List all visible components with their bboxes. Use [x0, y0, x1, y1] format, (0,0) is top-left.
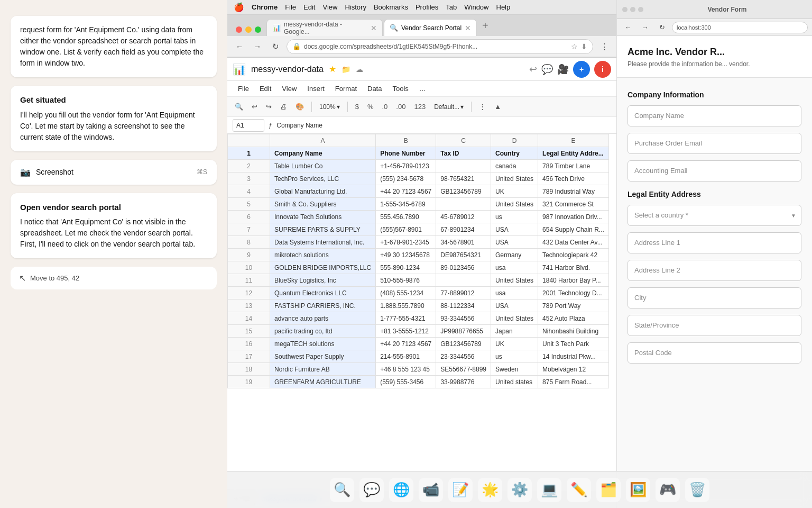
cell-4-c[interactable]: GB123456789: [436, 185, 491, 198]
cell-6-a[interactable]: Innovate Tech Solutions: [270, 211, 376, 223]
col-header-e[interactable]: E: [538, 134, 609, 147]
bookmark-icon[interactable]: ☆: [571, 42, 578, 51]
cell-15-c[interactable]: JP9988776655: [436, 325, 491, 338]
second-maximize[interactable]: [638, 7, 643, 12]
menu-bookmarks[interactable]: Bookmarks: [374, 3, 408, 11]
menu-view[interactable]: View: [278, 83, 301, 95]
cell-18-c[interactable]: SE556677-8899: [436, 363, 491, 376]
cell-18-b[interactable]: +46 8 555 123 45: [376, 363, 436, 376]
cell-15-a[interactable]: pacific trading co, ltd: [270, 325, 376, 338]
cell-6-b[interactable]: 555.456.7890: [376, 211, 436, 223]
menu-history[interactable]: History: [345, 3, 366, 11]
dec-btn[interactable]: .0: [379, 101, 391, 113]
cell-8-e[interactable]: 432 Data Center Av...: [538, 236, 609, 249]
col-header-b[interactable]: B: [376, 134, 436, 147]
collapse-btn[interactable]: ▲: [491, 101, 504, 113]
cell-5-b[interactable]: 1-555-345-6789: [376, 198, 436, 211]
search-toolbar-btn[interactable]: 🔍: [232, 101, 246, 113]
cell-13-a[interactable]: FASTSHIP CARRIERS, INC.: [270, 300, 376, 312]
po-email-input[interactable]: [628, 133, 801, 154]
cell-5-c[interactable]: [436, 198, 491, 211]
cell-13-b[interactable]: 1.888.555.7890: [376, 300, 436, 312]
address-bar[interactable]: 🔒 docs.google.com/spreadsheets/d/1gtIEK5…: [287, 39, 593, 54]
cell-15-d[interactable]: Japan: [491, 325, 538, 338]
cell-11-c[interactable]: [436, 274, 491, 287]
currency-btn[interactable]: $: [352, 101, 362, 113]
cell-16-d[interactable]: UK: [491, 338, 538, 350]
cell-4-b[interactable]: +44 20 7123 4567: [376, 185, 436, 198]
share-button[interactable]: +: [573, 61, 590, 78]
num-format-btn[interactable]: 123: [411, 101, 429, 113]
company-name-input[interactable]: [628, 105, 801, 126]
cell-4-d[interactable]: UK: [491, 185, 538, 198]
address1-input[interactable]: [628, 232, 801, 253]
zoom-dropdown[interactable]: 100% ▾: [316, 102, 343, 112]
screenshot-button[interactable]: 📷 Screenshot ⌘S: [11, 160, 217, 185]
cell-2-a[interactable]: Table Lumber Co: [270, 160, 376, 173]
cell-13-d[interactable]: USA: [491, 300, 538, 312]
cell-11-a[interactable]: BlueSky Logistics, Inc: [270, 274, 376, 287]
dock-terminal[interactable]: 💻: [537, 478, 561, 502]
cell-19-e[interactable]: 875 Farm Road...: [538, 376, 609, 388]
forward-button[interactable]: →: [251, 40, 264, 53]
cell-14-d[interactable]: United States: [491, 312, 538, 325]
dock-appstore[interactable]: 🎮: [656, 478, 680, 502]
account-avatar[interactable]: i: [594, 61, 611, 78]
cell-9-b[interactable]: +49 30 12345678: [376, 249, 436, 261]
col-header-d[interactable]: D: [491, 134, 538, 147]
cell-1-d[interactable]: Country: [491, 147, 538, 160]
cell-10-a[interactable]: GOLDEN BRIDGE IMPORTS,LLC: [270, 261, 376, 274]
cell-5-a[interactable]: Smith & Co. Suppliers: [270, 198, 376, 211]
cell-18-d[interactable]: Sweden: [491, 363, 538, 376]
tab-spreadsheet-close[interactable]: ✕: [371, 24, 377, 32]
cell-2-e[interactable]: 789 Timber Lane: [538, 160, 609, 173]
cell-13-c[interactable]: 88-1122334: [436, 300, 491, 312]
maximize-button[interactable]: [255, 26, 261, 33]
more-formats-btn[interactable]: ⋮: [476, 101, 489, 113]
cell-17-a[interactable]: Southwest Paper Supply: [270, 350, 376, 363]
spreadsheet-grid[interactable]: A B C D E 1Company NamePhone NumberTax I…: [227, 134, 616, 489]
cell-13-e[interactable]: 789 Port Way: [538, 300, 609, 312]
cell-6-d[interactable]: us: [491, 211, 538, 223]
cell-17-e[interactable]: 14 Industrial Pkw...: [538, 350, 609, 363]
cell-12-a[interactable]: Quantum Electronics LLC: [270, 287, 376, 300]
menu-more[interactable]: …: [415, 83, 430, 95]
spreadsheet-title[interactable]: messy-vendor-data: [251, 65, 324, 74]
cell-7-a[interactable]: SUPREME PARTS & SUPPLY: [270, 223, 376, 236]
star-icon[interactable]: ★: [329, 64, 336, 74]
cell-11-b[interactable]: 510-555-9876: [376, 274, 436, 287]
back-button[interactable]: ←: [233, 40, 246, 53]
col-header-a[interactable]: A: [270, 134, 376, 147]
cell-16-b[interactable]: +44 20 7123 4567: [376, 338, 436, 350]
cell-14-e[interactable]: 452 Auto Plaza: [538, 312, 609, 325]
dock-launchpad[interactable]: 🌟: [478, 478, 502, 502]
cell-1-b[interactable]: Phone Number: [376, 147, 436, 160]
cell-6-c[interactable]: 45-6789012: [436, 211, 491, 223]
cell-4-e[interactable]: 789 Industrial Way: [538, 185, 609, 198]
state-input[interactable]: [628, 315, 801, 336]
cell-7-e[interactable]: 654 Supply Chain R...: [538, 223, 609, 236]
cell-18-a[interactable]: Nordic Furniture AB: [270, 363, 376, 376]
menu-tab[interactable]: Tab: [446, 3, 457, 11]
history-icon[interactable]: ↩: [529, 64, 537, 75]
comments-icon[interactable]: 💬: [541, 64, 553, 75]
second-forward-btn[interactable]: →: [638, 21, 652, 34]
cell-8-b[interactable]: +1-678-901-2345: [376, 236, 436, 249]
extensions-button[interactable]: ⋮: [597, 40, 611, 53]
cell-16-e[interactable]: Unit 3 Tech Park: [538, 338, 609, 350]
menu-file[interactable]: File: [285, 3, 296, 11]
font-dropdown[interactable]: Default... ▾: [431, 102, 467, 112]
cell-12-c[interactable]: 77-8899012: [436, 287, 491, 300]
dock-finder[interactable]: 🔍: [330, 478, 354, 502]
tab-spreadsheet[interactable]: 📊 messy-vendor-data - Google... ✕: [266, 19, 383, 36]
redo-btn[interactable]: ↪: [263, 101, 275, 113]
cell-8-c[interactable]: 34-5678901: [436, 236, 491, 249]
menu-help[interactable]: Help: [496, 3, 511, 11]
cell-15-b[interactable]: +81 3-5555-1212: [376, 325, 436, 338]
dock-messages[interactable]: 💬: [359, 478, 384, 502]
cell-17-b[interactable]: 214-555-8901: [376, 350, 436, 363]
dock-chrome[interactable]: 🌐: [389, 478, 413, 502]
cell-14-c[interactable]: 93-3344556: [436, 312, 491, 325]
cell-9-c[interactable]: DE987654321: [436, 249, 491, 261]
cell-17-d[interactable]: us: [491, 350, 538, 363]
